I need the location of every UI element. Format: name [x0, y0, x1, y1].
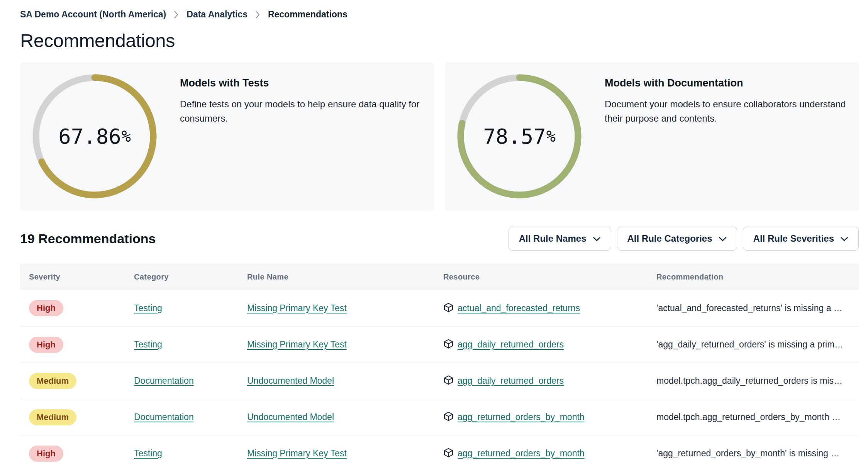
- docs-card-text: Models with Documentation Document your …: [605, 73, 847, 125]
- cube-icon: [443, 302, 454, 314]
- column-header-rule-name: Rule Name: [247, 273, 443, 281]
- rule-name-link[interactable]: Missing Primary Key Test: [247, 448, 347, 458]
- breadcrumb-account[interactable]: SA Demo Account (North America): [20, 9, 166, 20]
- rule-name-cell: Undocumented Model: [247, 412, 443, 422]
- resource-link[interactable]: agg_daily_returned_orders: [458, 376, 564, 386]
- category-cell: Documentation: [134, 376, 247, 386]
- card-models-with-tests: 67.86% Models with Tests Define tests on…: [20, 62, 434, 210]
- category-link[interactable]: Documentation: [134, 376, 194, 386]
- chevron-right-icon: [255, 10, 260, 19]
- docs-card-title: Models with Documentation: [605, 77, 847, 89]
- summary-cards: 67.86% Models with Tests Define tests on…: [20, 62, 859, 210]
- cube-icon: [443, 411, 454, 423]
- severity-cell: High: [29, 300, 134, 316]
- resource-cell: agg_returned_orders_by_month: [443, 411, 656, 423]
- severity-badge: High: [29, 446, 63, 462]
- resource-cell: agg_daily_returned_orders: [443, 339, 656, 351]
- severity-cell: High: [29, 446, 134, 462]
- tests-card-text: Models with Tests Define tests on your m…: [180, 73, 422, 125]
- chevron-down-icon: [840, 233, 848, 244]
- cube-icon: [443, 339, 454, 351]
- severity-badge: High: [29, 337, 63, 353]
- table-body: High Testing Missing Primary Key Test ac…: [20, 290, 859, 471]
- tests-percent-value: 67.86%: [31, 73, 158, 200]
- category-cell: Testing: [134, 339, 247, 350]
- rule-name-link[interactable]: Undocumented Model: [247, 412, 334, 422]
- category-cell: Testing: [134, 448, 247, 459]
- category-link[interactable]: Testing: [134, 448, 162, 458]
- chevron-down-icon: [719, 233, 727, 244]
- breadcrumb-current: Recommendations: [268, 9, 348, 20]
- category-link[interactable]: Documentation: [134, 412, 194, 422]
- recommendation-text: 'actual_and_forecasted_returns' is missi…: [656, 303, 859, 313]
- resource-link[interactable]: actual_and_forecasted_returns: [458, 303, 580, 313]
- docs-donut-chart: 78.57%: [456, 73, 583, 200]
- category-cell: Documentation: [134, 412, 247, 422]
- resource-cell: agg_daily_returned_orders: [443, 375, 656, 387]
- rule-name-cell: Missing Primary Key Test: [247, 339, 443, 350]
- docs-card-description: Document your models to ensure collabora…: [605, 97, 847, 125]
- rule-name-cell: Undocumented Model: [247, 376, 443, 386]
- resource-link[interactable]: agg_daily_returned_orders: [458, 339, 564, 350]
- severity-cell: Medium: [29, 373, 134, 389]
- filter-rule-severities[interactable]: All Rule Severities: [743, 227, 859, 251]
- table-row: Medium Documentation Undocumented Model …: [20, 399, 859, 435]
- recommendations-count: 19 Recommendations: [20, 231, 156, 246]
- rule-name-cell: Missing Primary Key Test: [247, 448, 443, 459]
- tests-donut-chart: 67.86%: [31, 73, 158, 200]
- list-header: 19 Recommendations All Rule Names All Ru…: [20, 227, 859, 251]
- recommendation-text: model.tpch.agg_daily_returned_orders is …: [656, 376, 859, 386]
- severity-badge: High: [29, 300, 63, 316]
- category-cell: Testing: [134, 303, 247, 313]
- resource-cell: agg_returned_orders_by_month: [443, 447, 656, 459]
- category-link[interactable]: Testing: [134, 303, 162, 313]
- chevron-down-icon: [593, 233, 601, 244]
- category-link[interactable]: Testing: [134, 339, 162, 349]
- severity-cell: High: [29, 337, 134, 353]
- resource-link[interactable]: agg_returned_orders_by_month: [458, 448, 585, 459]
- column-header-recommendation: Recommendation: [656, 273, 859, 281]
- breadcrumb: SA Demo Account (North America) Data Ana…: [0, 0, 868, 20]
- column-header-category: Category: [134, 273, 247, 281]
- column-header-severity: Severity: [29, 273, 134, 281]
- filter-buttons: All Rule Names All Rule Categories All R…: [509, 227, 859, 251]
- cube-icon: [443, 375, 454, 387]
- recommendation-text: model.tpch.agg_returned_orders_by_month …: [656, 412, 859, 422]
- tests-card-title: Models with Tests: [180, 77, 422, 89]
- docs-percent-value: 78.57%: [456, 73, 583, 200]
- table-header: Severity Category Rule Name Resource Rec…: [20, 264, 859, 290]
- rule-name-cell: Missing Primary Key Test: [247, 303, 443, 313]
- breadcrumb-project[interactable]: Data Analytics: [186, 9, 248, 20]
- column-header-resource: Resource: [443, 273, 656, 281]
- recommendations-table: Severity Category Rule Name Resource Rec…: [20, 264, 859, 471]
- table-row: High Testing Missing Primary Key Test ac…: [20, 290, 859, 326]
- rule-name-link[interactable]: Missing Primary Key Test: [247, 339, 347, 349]
- rule-name-link[interactable]: Missing Primary Key Test: [247, 303, 347, 313]
- severity-badge: Medium: [29, 409, 76, 425]
- filter-rule-categories[interactable]: All Rule Categories: [617, 227, 737, 251]
- cube-icon: [443, 447, 454, 459]
- page-title: Recommendations: [20, 30, 868, 51]
- severity-badge: Medium: [29, 373, 76, 389]
- card-models-with-documentation: 78.57% Models with Documentation Documen…: [445, 62, 859, 210]
- recommendation-text: 'agg_returned_orders_by_month' is missin…: [656, 448, 859, 459]
- tests-card-description: Define tests on your models to help ensu…: [180, 97, 422, 125]
- filter-rule-names[interactable]: All Rule Names: [509, 227, 611, 251]
- recommendation-text: 'agg_daily_returned_orders' is missing a…: [656, 339, 859, 350]
- table-row: Medium Documentation Undocumented Model …: [20, 363, 859, 399]
- rule-name-link[interactable]: Undocumented Model: [247, 376, 334, 386]
- resource-cell: actual_and_forecasted_returns: [443, 302, 656, 314]
- chevron-right-icon: [174, 10, 179, 19]
- table-row: High Testing Missing Primary Key Test ag…: [20, 326, 859, 363]
- resource-link[interactable]: agg_returned_orders_by_month: [458, 412, 585, 422]
- severity-cell: Medium: [29, 409, 134, 425]
- table-row: High Testing Missing Primary Key Test ag…: [20, 435, 859, 471]
